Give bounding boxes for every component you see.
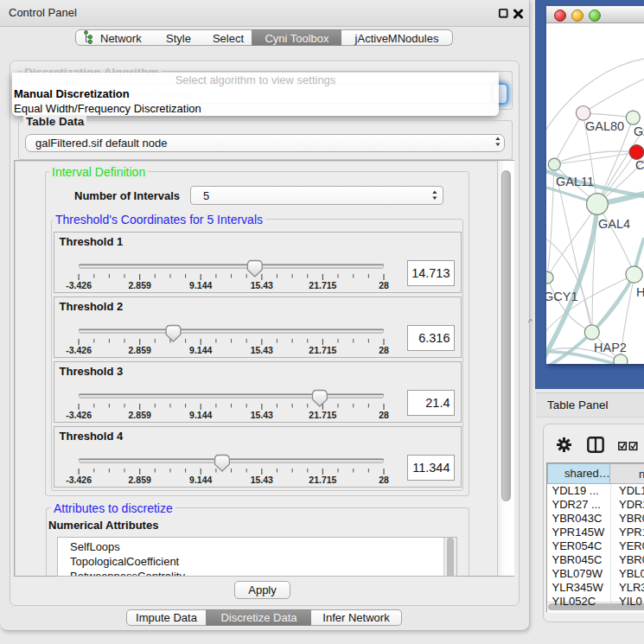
svg-text:H: H	[636, 285, 644, 299]
svg-text:15.43: 15.43	[250, 344, 272, 354]
svg-text:GAL4: GAL4	[598, 217, 630, 231]
svg-text:GAL80: GAL80	[585, 119, 624, 133]
svg-text:2.859: 2.859	[128, 474, 150, 484]
svg-text:GAL: GAL	[634, 124, 644, 138]
svg-text:2.859: 2.859	[128, 279, 150, 290]
svg-text:C: C	[635, 158, 644, 172]
svg-text:9.144: 9.144	[189, 279, 212, 290]
svg-text:2.859: 2.859	[128, 409, 150, 419]
svg-text:21.715: 21.715	[309, 344, 336, 354]
svg-text:HAP2: HAP2	[594, 341, 627, 354]
svg-text:28: 28	[379, 279, 389, 290]
svg-text:15.43: 15.43	[250, 474, 272, 484]
svg-text:GCY1: GCY1	[546, 290, 578, 303]
svg-text:GAL11: GAL11	[556, 175, 594, 188]
svg-text:21.715: 21.715	[309, 409, 336, 419]
svg-text:9.144: 9.144	[189, 409, 212, 419]
svg-text:28: 28	[379, 474, 389, 484]
svg-text:9.144: 9.144	[189, 474, 212, 484]
svg-text:21.715: 21.715	[309, 474, 336, 484]
svg-text:-3.426: -3.426	[66, 409, 92, 419]
svg-text:28: 28	[379, 409, 389, 419]
svg-text:-3.426: -3.426	[66, 344, 92, 354]
svg-text:-3.426: -3.426	[66, 474, 92, 484]
svg-text:-3.426: -3.426	[66, 279, 92, 290]
svg-text:21.715: 21.715	[309, 279, 336, 290]
svg-text:28: 28	[379, 344, 389, 354]
svg-text:9.144: 9.144	[189, 344, 212, 354]
svg-text:15.43: 15.43	[250, 409, 272, 419]
svg-text:15.43: 15.43	[250, 279, 272, 290]
svg-text:2.859: 2.859	[128, 344, 150, 354]
